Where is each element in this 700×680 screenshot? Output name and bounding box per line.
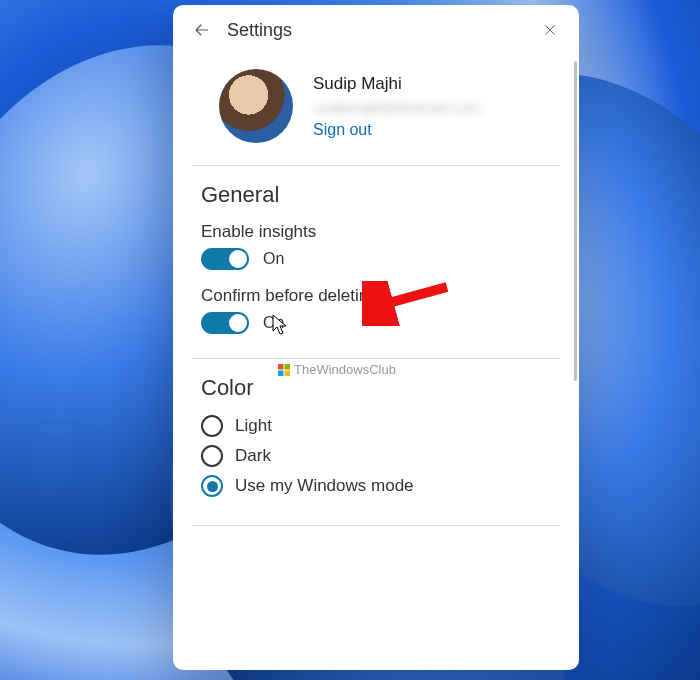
color-option-windows-mode[interactable]: Use my Windows mode [201, 475, 551, 497]
enable-insights-toggle[interactable] [201, 248, 249, 270]
confirm-delete-label: Confirm before deleting [201, 286, 551, 306]
color-section: Color Light Dark Use my Windows mode [191, 359, 561, 526]
dialog-title: Settings [227, 20, 292, 41]
color-option-dark[interactable]: Dark [201, 445, 551, 467]
general-section: General Enable insights On Confirm befor… [191, 166, 561, 359]
settings-dialog: Settings Sudip Majhi sudipmajhi@hotmail.… [173, 5, 579, 670]
section-title-color: Color [201, 375, 551, 401]
dialog-header: Settings [173, 5, 579, 51]
enable-insights-label: Enable insights [201, 222, 551, 242]
avatar[interactable] [219, 69, 293, 143]
confirm-delete-state: On [263, 314, 284, 332]
account-section: Sudip Majhi sudipmajhi@hotmail.com Sign … [191, 51, 561, 166]
scrollbar[interactable] [574, 61, 577, 381]
close-button[interactable] [539, 19, 561, 41]
account-name: Sudip Majhi [313, 73, 481, 95]
back-button[interactable] [191, 19, 213, 41]
enable-insights-state: On [263, 250, 284, 268]
account-email: sudipmajhi@hotmail.com [313, 99, 481, 116]
color-option-light[interactable]: Light [201, 415, 551, 437]
section-title-general: General [201, 182, 551, 208]
sign-out-link[interactable]: Sign out [313, 121, 481, 139]
confirm-delete-toggle[interactable] [201, 312, 249, 334]
